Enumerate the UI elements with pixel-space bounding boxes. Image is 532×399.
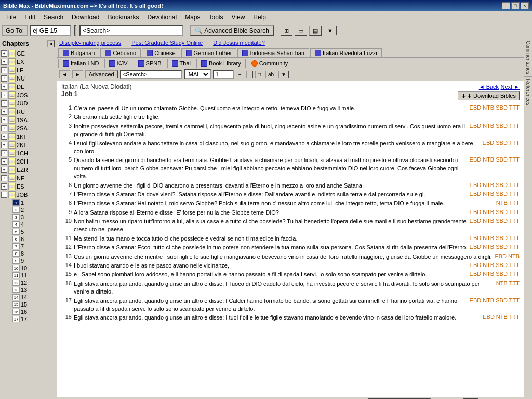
verse-link-ntb[interactable]: NTB (483, 182, 494, 188)
verse-link-ttt[interactable]: TTT (509, 280, 520, 286)
verse-link-ebd[interactable]: EBD (483, 140, 495, 146)
book-1sa[interactable]: + 📖 1SA (0, 116, 57, 124)
book-le[interactable]: + 📖 LE (0, 66, 57, 74)
verse-link-ttt[interactable]: TTT (509, 140, 520, 146)
tab-german-luther[interactable]: German Luther (181, 48, 237, 57)
verse-link-sbd[interactable]: SBD (496, 244, 508, 250)
chapter-job-1[interactable]: 1 1 (0, 199, 57, 206)
verse-link-sbd[interactable]: SBD (496, 235, 508, 241)
verse-link-ebd[interactable]: EBD (470, 297, 482, 303)
tab-thai[interactable]: Thai (167, 59, 195, 68)
verse-link-ntb[interactable]: NTB (483, 191, 494, 197)
toolbar-icon4[interactable]: ▼ (324, 26, 337, 35)
tab-bulgarian[interactable]: Bulgarian (58, 48, 99, 57)
verse-link-ntb[interactable]: NTB (483, 209, 494, 215)
chapter-job-16[interactable]: 16 16 (0, 308, 57, 315)
menu-view[interactable]: View (228, 12, 249, 22)
verse-link-ebd[interactable]: EBD (470, 104, 482, 111)
verse-link-ntb[interactable]: NTB (496, 200, 508, 206)
book-ge[interactable]: + 📖 GE (0, 49, 57, 58)
verse-link-sbd[interactable]: SBD (496, 262, 508, 268)
menu-file[interactable]: File (2, 12, 20, 22)
chapter-job-5[interactable]: 5 5 (0, 228, 57, 235)
chapter-job-17[interactable]: 17 17 (0, 315, 57, 323)
book-ezr[interactable]: + 📖 EZR (0, 166, 57, 174)
book-ru[interactable]: + 📖 RU (0, 108, 57, 116)
verse-link-ntb[interactable]: NTB (483, 235, 494, 241)
menu-bookmarks[interactable]: Bookmarks (103, 12, 143, 22)
verse-link-ntb[interactable]: NTB (496, 314, 508, 320)
verse-link-ntb[interactable]: NTB (483, 262, 494, 268)
tab-spnb[interactable]: SPNB (134, 59, 166, 68)
verse-link-ttt[interactable]: TTT (509, 156, 520, 163)
toolbar-icon3[interactable]: ▤ (309, 26, 322, 36)
verse-link-ttt[interactable]: TTT (509, 235, 520, 241)
chapter-job-8[interactable]: 8 8 (0, 250, 57, 257)
book-2ch[interactable]: + 📖 2CH (0, 157, 57, 166)
verse-link-ttt[interactable]: TTT (509, 244, 520, 250)
menu-maps[interactable]: Maps (181, 12, 204, 22)
menu-edit[interactable]: Edit (20, 12, 39, 22)
verse-link-ebd[interactable]: EBD (470, 271, 482, 277)
more-button[interactable]: ▼ (278, 71, 289, 78)
link-jesus-meditate[interactable]: Did Jesus meditate? (213, 39, 265, 46)
verse-link-sbd[interactable]: SBD (496, 156, 508, 163)
verse-link-ebd[interactable]: EBD (470, 156, 482, 163)
book-jud[interactable]: + 📖 JUD (0, 99, 57, 108)
verse-link-ntb[interactable]: NTB (483, 156, 494, 163)
prev-button[interactable]: ◄ (59, 70, 70, 78)
menu-download[interactable]: Download (68, 12, 103, 22)
next-chapter-button[interactable]: Next ► (500, 84, 520, 90)
chapter-job-2[interactable]: 2 2 (0, 206, 57, 214)
verse-link-sbd[interactable]: SBD (496, 123, 508, 129)
verse-link-ntb[interactable]: NTB (483, 218, 494, 224)
verse-link-ntb[interactable]: NTB (496, 280, 508, 286)
chapter-job-12[interactable]: 12 12 (0, 279, 57, 286)
maximize-button[interactable]: □ (511, 2, 520, 9)
book-de[interactable]: + 📖 DE (0, 83, 57, 91)
verse-link-ttt[interactable]: TTT (509, 191, 520, 197)
tab-book-library[interactable]: Book Library (196, 59, 246, 68)
verse-link-ttt[interactable]: TTT (509, 104, 520, 111)
book-2sa[interactable]: + 📖 2SA (0, 124, 57, 132)
verse-link-ebd[interactable]: EBD (470, 218, 482, 224)
chapter-job-4[interactable]: 4 4 (0, 221, 57, 228)
tab-indonesia[interactable]: Indonesia Sehari-hari (237, 48, 309, 57)
chapter-job-10[interactable]: 10 10 (0, 264, 57, 272)
book-ex[interactable]: + 📖 EX (0, 58, 57, 66)
nav-search-input[interactable] (120, 70, 182, 79)
tab-kjv[interactable]: KJV (104, 59, 132, 68)
menu-search[interactable]: Search (39, 12, 68, 22)
search-input[interactable] (79, 25, 183, 36)
verse-link-ttt[interactable]: TTT (509, 218, 520, 224)
book-2ki[interactable]: + 📖 2KI (0, 141, 57, 149)
verse-link-ebd[interactable]: EBD (470, 235, 482, 241)
verse-link-ttt[interactable]: TTT (509, 200, 520, 206)
chapter-job-3[interactable]: 3 3 (0, 214, 57, 221)
download-bibles-button[interactable]: ⬇ ⬇ Download Bibles (458, 91, 520, 100)
tab-italian-riveduta[interactable]: Italian Riveduta Luzzi (310, 48, 382, 57)
book-jos[interactable]: + 📖 JOS (0, 91, 57, 99)
chapter-job-9[interactable]: 9 9 (0, 257, 57, 264)
chapter-job-15[interactable]: 15 15 (0, 301, 57, 308)
book-1ch[interactable]: + 📖 1CH (0, 149, 57, 157)
verse-link-ebd[interactable]: EBD (470, 191, 482, 197)
verse-link-ttt[interactable]: TTT (509, 182, 520, 188)
verse-link-ebd[interactable]: EBD (483, 314, 495, 320)
verse-link-ntb[interactable]: NTB (483, 271, 494, 277)
verse-link-sbd[interactable]: SBD (496, 191, 508, 197)
verse-link-sbd[interactable]: SBD (496, 297, 508, 303)
verse-link-ebd[interactable]: EBD (470, 182, 482, 188)
verse-link-ebd[interactable]: EBD (470, 262, 482, 268)
chapter-job-6[interactable]: 6 6 (0, 235, 57, 243)
verse-link-ttt[interactable]: TTT (509, 123, 520, 129)
chapter-input[interactable] (213, 70, 234, 79)
chapter-job-11[interactable]: 11 11 (0, 272, 57, 279)
chapter-next-button[interactable]: - (246, 71, 253, 78)
back-button[interactable]: ◄ Back (479, 84, 499, 90)
verse-link-ntb[interactable]: NTB (508, 253, 520, 259)
next-button[interactable]: ► (72, 70, 83, 78)
close-button[interactable]: × (521, 2, 529, 9)
link-disciple-making[interactable]: Disciple-making process (59, 39, 121, 46)
book-es[interactable]: + 📖 ES (0, 182, 57, 191)
